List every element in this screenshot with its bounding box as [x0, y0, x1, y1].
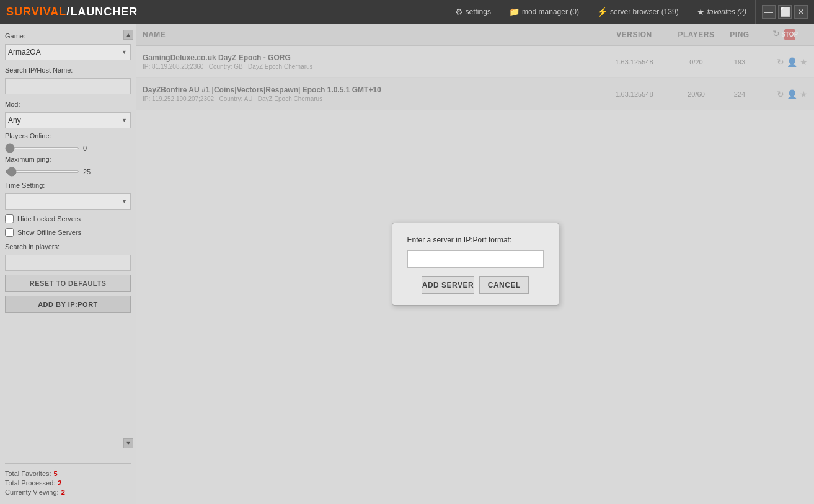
total-favorites-label: Total Favorites:: [5, 470, 51, 477]
add-by-ip-button[interactable]: ADD BY IP:PORT: [5, 296, 131, 313]
settings-icon: ⚙: [455, 7, 463, 17]
sidebar-stats: Total Favorites: 5 Total Processed: 2 Cu…: [5, 463, 131, 498]
ip-port-input[interactable]: [407, 250, 544, 268]
cancel-button[interactable]: CANCEL: [479, 276, 529, 294]
serverbrowser-label: server browser (139): [610, 7, 679, 16]
titlebar-nav: ⚙ settings 📁 mod manager (0) ⚡ server br…: [446, 0, 808, 24]
sidebar-scroll-up[interactable]: ▲: [123, 30, 133, 40]
settings-nav[interactable]: ⚙ settings: [446, 0, 500, 24]
favorites-icon: ★: [697, 7, 705, 17]
max-ping-slider-row: 25: [5, 168, 131, 175]
currently-viewing-row: Currenty Viewing: 2: [5, 489, 131, 496]
time-setting-select-wrapper: [5, 193, 131, 210]
minimize-button[interactable]: —: [762, 5, 776, 19]
show-offline-row: Show Offline Servers: [5, 228, 131, 237]
favorites-label: favorites (2): [707, 7, 746, 16]
mod-select-wrapper: Any: [5, 112, 131, 128]
settings-label: settings: [466, 7, 491, 16]
total-favorites-row: Total Favorites: 5: [5, 470, 131, 477]
time-setting-select[interactable]: [5, 193, 131, 210]
modmanager-icon: 📁: [509, 7, 520, 17]
mod-label: Mod:: [5, 100, 131, 108]
total-processed-row: Total Processed: 2: [5, 479, 131, 487]
add-server-button[interactable]: ADD SERVER: [422, 276, 474, 294]
hide-locked-row: Hide Locked Servers: [5, 214, 131, 223]
mod-select[interactable]: Any: [5, 112, 131, 128]
app-logo: SURVIVAL/LAUNCHER: [6, 6, 138, 19]
game-select[interactable]: Arma2OA: [5, 44, 131, 60]
logo-launcher: LAUNCHER: [70, 6, 138, 18]
modmanager-nav[interactable]: 📁 mod manager (0): [500, 0, 588, 24]
favorites-nav[interactable]: ★ favorites (2): [688, 0, 756, 24]
content-area: NAME VERSION PLAYERS PING ↻ STOP GamingD…: [136, 24, 814, 504]
modmanager-label: mod manager (0): [522, 7, 579, 16]
total-processed-label: Total Processed:: [5, 479, 55, 487]
players-online-value: 0: [83, 144, 95, 152]
serverbrowser-icon: ⚡: [597, 7, 608, 17]
players-online-label: Players Online:: [5, 132, 131, 139]
sidebar-scroll-down[interactable]: ▼: [123, 438, 133, 448]
currently-viewing-label: Currenty Viewing:: [5, 489, 59, 496]
show-offline-label: Show Offline Servers: [17, 229, 81, 236]
reset-defaults-button[interactable]: RESET TO DEFAULTS: [5, 275, 131, 292]
game-select-wrapper: Arma2OA: [5, 44, 131, 60]
hide-locked-checkbox[interactable]: [5, 214, 14, 223]
search-players-input[interactable]: [5, 255, 131, 271]
logo-survival: SURVIVAL: [6, 6, 66, 18]
total-favorites-value: 5: [54, 470, 58, 477]
dialog-buttons: ADD SERVER CANCEL: [407, 276, 544, 294]
search-players-label: Search in players:: [5, 243, 131, 250]
search-label: Search IP/Host Name:: [5, 66, 131, 74]
close-button[interactable]: ✕: [794, 5, 808, 19]
search-input[interactable]: [5, 78, 131, 94]
sidebar: ▲ Game: Arma2OA Search IP/Host Name: Mod…: [0, 24, 136, 504]
window-controls: — ⬜ ✕: [762, 5, 808, 19]
dialog-title: Enter a server in IP:Port format:: [407, 236, 544, 244]
players-online-slider-row: 0: [5, 144, 131, 152]
hide-locked-label: Hide Locked Servers: [17, 215, 81, 223]
maximize-button[interactable]: ⬜: [778, 5, 792, 19]
main-layout: ▲ Game: Arma2OA Search IP/Host Name: Mod…: [0, 24, 814, 504]
serverbrowser-nav[interactable]: ⚡ server browser (139): [588, 0, 688, 24]
total-processed-value: 2: [58, 479, 61, 487]
dialog-overlay: Enter a server in IP:Port format: ADD SE…: [136, 24, 814, 504]
add-server-dialog: Enter a server in IP:Port format: ADD SE…: [392, 223, 559, 306]
max-ping-value: 25: [83, 168, 95, 175]
max-ping-label: Maximum ping:: [5, 156, 131, 163]
titlebar: SURVIVAL/LAUNCHER ⚙ settings 📁 mod manag…: [0, 0, 814, 24]
time-setting-label: Time Setting:: [5, 182, 131, 189]
game-label: Game:: [5, 32, 131, 40]
max-ping-slider[interactable]: [5, 170, 79, 173]
currently-viewing-value: 2: [61, 489, 65, 496]
show-offline-checkbox[interactable]: [5, 228, 14, 237]
players-online-slider[interactable]: [5, 147, 79, 149]
